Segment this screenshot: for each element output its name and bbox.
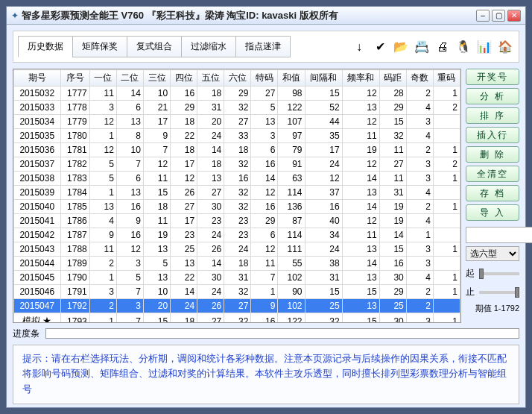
table-row[interactable]: 201504017851316182730321613616141921 <box>14 200 460 214</box>
cell <box>433 214 460 228</box>
col-header[interactable]: 序号 <box>60 70 89 87</box>
spin-input[interactable] <box>466 227 532 243</box>
cell: 32 <box>224 157 251 172</box>
cell: 10 <box>116 143 143 157</box>
toolbar-icons: ↓✔📂📇🖨🐧📊🏠 <box>350 39 514 55</box>
titlebar: ✦ 智多星彩票预测全能王 V760 『彩王科技』梁涛 淘宝ID: kavaski… <box>7 7 525 25</box>
maximize-button[interactable]: ▢ <box>492 10 505 22</box>
cell: 11 <box>143 214 170 228</box>
abc-check-icon[interactable]: ✔ <box>371 39 389 55</box>
tab-0[interactable]: 历史数据 <box>18 36 73 57</box>
col-header[interactable]: 期号 <box>14 70 61 87</box>
close-button[interactable]: ✕ <box>507 10 521 22</box>
cell: 12 <box>342 87 379 101</box>
cell: 2015035 <box>14 129 61 143</box>
cell: 11 <box>379 172 406 186</box>
cell: 2 <box>89 299 116 313</box>
chart-icon[interactable]: 📊 <box>475 39 493 55</box>
side-button-6[interactable]: 存 档 <box>466 185 519 201</box>
side-button-4[interactable]: 删 除 <box>466 146 519 163</box>
col-header[interactable]: 一位 <box>89 70 116 87</box>
table-row[interactable]: 模拟 ★179317151827321612232153031 <box>14 313 460 323</box>
tab-1[interactable]: 矩阵保奖 <box>72 36 127 57</box>
cell: 2015047 <box>14 299 61 313</box>
calculator-icon[interactable]: 📇 <box>413 39 431 55</box>
cell: 2 <box>406 285 433 299</box>
minimize-button[interactable]: – <box>476 10 490 22</box>
cell: 3 <box>406 115 433 129</box>
app-icon: ✦ <box>11 10 19 21</box>
col-header[interactable]: 间隔和 <box>305 70 342 87</box>
cell: 2015034 <box>14 115 61 129</box>
cell: 2015036 <box>14 143 61 157</box>
cell: 12 <box>342 214 379 228</box>
table-row[interactable]: 201504317881112132526241211124131531 <box>14 242 460 257</box>
data-grid[interactable]: 期号序号一位二位三位四位五位六位特码和值间隔和频率和码距奇数重码 2015032… <box>13 69 461 323</box>
table-row[interactable]: 2015039178411315262732121143713314 <box>14 186 460 200</box>
col-header[interactable]: 五位 <box>197 70 224 87</box>
cell: 14 <box>197 143 224 157</box>
cell: 12 <box>251 186 278 200</box>
side-button-1[interactable]: 分 析 <box>466 88 519 104</box>
cell: 3 <box>89 101 116 115</box>
tab-2[interactable]: 复式组合 <box>127 36 182 57</box>
col-header[interactable]: 和值 <box>278 70 305 87</box>
table-row[interactable]: 201503517801892224333973511324 <box>14 129 460 143</box>
col-header[interactable]: 奇数 <box>406 70 433 87</box>
table-row[interactable]: 201503317783621293132512252132942 <box>14 101 460 115</box>
number-spinner: ▲ ▼ <box>466 227 519 243</box>
cell: 16 <box>224 172 251 186</box>
cell: 1791 <box>60 285 89 299</box>
arrow-down-icon[interactable]: ↓ <box>350 39 368 55</box>
tab-3[interactable]: 过滤缩水 <box>181 36 236 57</box>
col-header[interactable]: 重码 <box>433 70 460 87</box>
table-row[interactable]: 201503817835611121316146312141131 <box>14 172 460 186</box>
cell: 10 <box>143 285 170 299</box>
col-header[interactable]: 三位 <box>143 70 170 87</box>
cell: 13 <box>143 242 170 257</box>
side-button-0[interactable]: 开奖号 <box>466 69 519 85</box>
table-row[interactable]: 20150461791371014243219015152921 <box>14 285 460 299</box>
col-header[interactable]: 特码 <box>251 70 278 87</box>
table-row[interactable]: 201504217879161923242361143411141 <box>14 228 460 242</box>
table-row[interactable]: 201503617811210718141867917191121 <box>14 143 460 157</box>
cell: 32 <box>224 313 251 323</box>
table-row[interactable]: 201504517901513223031710231133041 <box>14 271 460 285</box>
table-row[interactable]: 20150341779121317182027131074412153 <box>14 115 460 129</box>
play-type-select[interactable]: 选六型 <box>466 246 519 261</box>
col-header[interactable]: 二位 <box>116 70 143 87</box>
cell: 31 <box>305 271 342 285</box>
cell: 107 <box>278 115 305 129</box>
table-row[interactable]: 2015044178923513141811553814163 <box>14 257 460 271</box>
cell: 17 <box>305 143 342 157</box>
printer-icon[interactable]: 🖨 <box>434 39 452 55</box>
side-button-2[interactable]: 排 序 <box>466 107 519 124</box>
cell: 18 <box>224 143 251 157</box>
side-button-5[interactable]: 全清空 <box>466 166 519 182</box>
cell: 13 <box>251 115 278 129</box>
cell: 18 <box>171 115 197 129</box>
side-button-3[interactable]: 插入行 <box>466 127 519 143</box>
table-row[interactable]: 20150471792232024262791022513252 <box>14 299 460 313</box>
start-slider[interactable] <box>479 272 519 275</box>
cell: 4 <box>406 129 433 143</box>
table-row[interactable]: 201503717825712171832169124122732 <box>14 157 460 172</box>
cell <box>433 129 460 143</box>
cell: 29 <box>224 87 251 101</box>
end-slider[interactable] <box>479 291 519 294</box>
penguin-icon[interactable]: 🐧 <box>455 39 472 55</box>
table-row[interactable]: 20150411786491117232329874012194 <box>14 214 460 228</box>
cell: 1 <box>433 242 460 257</box>
col-header[interactable]: 频率和 <box>342 70 379 87</box>
col-header[interactable]: 码距 <box>379 70 406 87</box>
cell: 24 <box>305 242 342 257</box>
folder-open-icon[interactable]: 📂 <box>392 39 410 55</box>
table-row[interactable]: 20150321777111410161829279815122821 <box>14 87 460 101</box>
col-header[interactable]: 四位 <box>171 70 197 87</box>
cell: 1793 <box>60 313 89 323</box>
home-icon[interactable]: 🏠 <box>496 39 514 55</box>
tab-4[interactable]: 指点迷津 <box>235 36 291 57</box>
side-button-7[interactable]: 导 入 <box>466 204 519 221</box>
col-header[interactable]: 六位 <box>224 70 251 87</box>
cell: 12 <box>171 172 197 186</box>
